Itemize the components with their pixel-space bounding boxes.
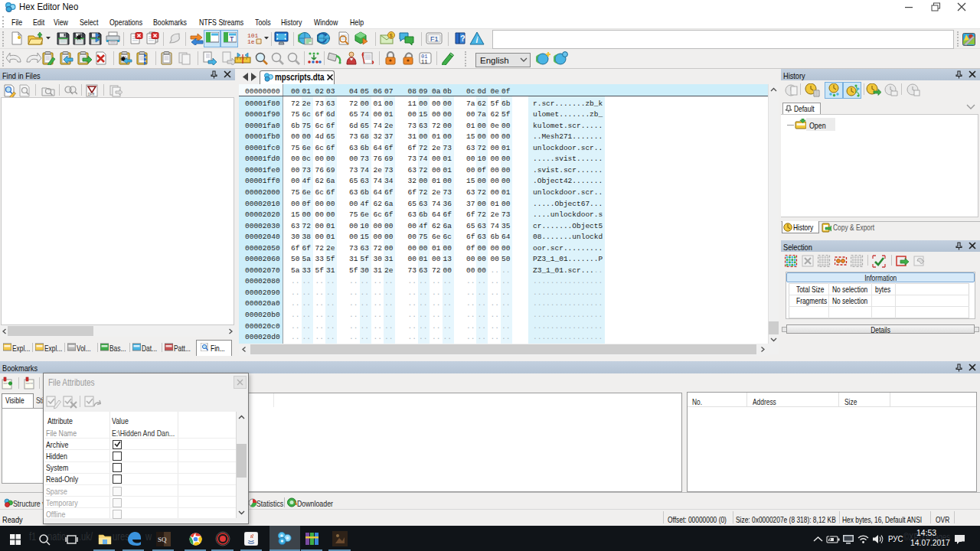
svg-text:$: $ [390, 33, 393, 38]
svg-text:DFM: DFM [88, 93, 94, 96]
svg-text:F1: F1 [430, 35, 439, 43]
svg-text:1e: 1e [247, 38, 255, 45]
svg-text:NOTE: NOTE [26, 382, 34, 385]
svg-text:SQ: SQ [158, 536, 167, 543]
svg-text:i: i [475, 36, 478, 44]
svg-text:11: 11 [421, 59, 427, 65]
svg-text:?: ? [460, 34, 466, 43]
svg-text:T: T [230, 35, 234, 43]
